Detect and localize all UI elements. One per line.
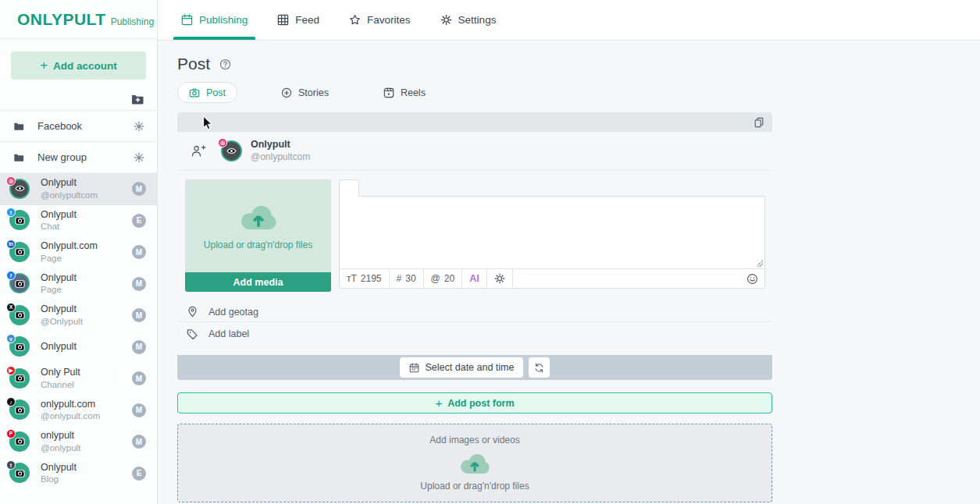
sidebar-filter-tabs <box>0 89 157 111</box>
account-name: onlypult.com <box>41 399 132 411</box>
sidebar-account-twitter[interactable]: t Onlypult Chat E <box>0 205 157 237</box>
help-icon[interactable] <box>219 59 231 70</box>
topnav-item-settings[interactable]: Settings <box>440 0 497 40</box>
add-label-label: Add label <box>208 328 249 339</box>
add-geotag-button[interactable]: Add geotag <box>177 302 772 322</box>
member-role-badge: M <box>132 403 146 417</box>
member-role-badge: M <box>132 435 146 449</box>
add-person-icon[interactable] <box>191 144 206 158</box>
member-role-badge: M <box>132 245 146 259</box>
content-area: Post Post Stories Reels <box>158 41 980 504</box>
calendar-icon <box>409 363 419 373</box>
upload-hint-text: Upload or drag'n'drop files <box>204 240 312 250</box>
topnav-item-label: Settings <box>458 14 497 26</box>
counter-icon: тT <box>347 273 357 284</box>
topnav-item-label: Publishing <box>199 14 248 26</box>
cloud-upload-icon <box>237 202 280 233</box>
folder-icon <box>12 121 25 132</box>
network-badge-icon: P <box>6 429 16 438</box>
account-name: Onlypult <box>41 209 132 222</box>
add-account-button[interactable]: + Add account <box>11 51 146 80</box>
account-name: Onlypult <box>41 272 132 285</box>
counter-icon: # <box>397 273 402 284</box>
account-subtitle: @onlypult.com <box>41 410 132 421</box>
topnav-item-icon <box>440 14 452 26</box>
account-subtitle: @onlypult <box>41 442 132 453</box>
add-media-button[interactable]: Add media <box>185 272 331 292</box>
sidebar-folder-new-group[interactable]: New group <box>0 142 157 173</box>
ai-assistant-button[interactable]: AI <box>462 269 487 288</box>
images-videos-dropzone[interactable]: Add images or videos Upload or drag'n'dr… <box>177 424 772 502</box>
topnav-item-label: Favorites <box>367 14 411 26</box>
editor-counter[interactable]: тT 2195 <box>340 269 390 288</box>
topnav-item-icon <box>181 14 193 26</box>
member-role-badge: M <box>132 308 146 322</box>
add-folder-icon[interactable] <box>131 94 144 105</box>
media-upload-dropzone[interactable]: Upload or drag'n'drop files <box>185 179 331 272</box>
repeat-post-button[interactable] <box>529 357 550 378</box>
sidebar: ONLYPULT Publishing + Add account Facebo… <box>0 0 158 504</box>
topnav-item-publishing[interactable]: Publishing <box>181 0 248 40</box>
post-account-selector[interactable]: ◎ Onlypult @onlypultcom <box>177 132 772 171</box>
cloud-upload-icon <box>457 451 493 477</box>
sidebar-account-tiktok[interactable]: ♪ onlypult.com @onlypult.com M <box>0 395 157 427</box>
emoji-picker-icon[interactable] <box>747 273 758 285</box>
sidebar-account-facebook[interactable]: f Onlypult Page M <box>0 268 157 300</box>
folder-icon <box>12 152 25 163</box>
member-role-badge: E <box>132 467 146 481</box>
account-name: Only Pult <box>41 367 132 379</box>
counter-icon: @ <box>431 273 440 284</box>
sidebar-account-tumblr[interactable]: t Onlypult Blog E <box>0 458 157 490</box>
sidebar-accounts-list: ◎ Onlypult @onlypultcom M t Onlypult Cha… <box>0 173 157 489</box>
account-name: onlypult <box>41 430 132 442</box>
add-label-button[interactable]: Add label <box>177 322 772 346</box>
description-textarea[interactable] <box>340 197 764 268</box>
folder-settings-gear-icon[interactable] <box>134 121 144 132</box>
location-pin-icon <box>187 306 198 318</box>
account-subtitle: Blog <box>41 474 132 484</box>
dropzone-subtitle: Upload or drag'n'drop files <box>420 481 529 492</box>
sidebar-account-linkedin[interactable]: in Onlypult.com Page M <box>0 236 157 268</box>
post-form-header-bar <box>177 112 772 132</box>
repeat-icon <box>534 363 544 373</box>
account-subtitle: Channel <box>41 379 132 390</box>
network-badge-icon: ◎ <box>218 138 227 147</box>
select-date-time-button[interactable]: Select date and time <box>400 357 524 378</box>
duplicate-post-icon[interactable] <box>754 117 764 128</box>
post-type-tab-label: Stories <box>298 87 329 98</box>
post-type-tab-icon <box>189 87 200 98</box>
editor-tabs <box>339 179 765 197</box>
post-type-tab-stories[interactable]: Stories <box>270 82 340 103</box>
member-role-badge: M <box>132 340 146 354</box>
topnav-item-icon <box>349 14 361 26</box>
account-name: Onlypult <box>41 177 132 190</box>
sidebar-folders: Facebook New group <box>0 111 157 173</box>
add-post-form-button[interactable]: + Add post form <box>177 392 772 413</box>
sidebar-account-vk[interactable]: v Onlypult M <box>0 332 157 364</box>
selected-account-handle: @onlypultcom <box>251 151 310 163</box>
folder-name: New group <box>37 151 134 163</box>
topnav-item-favorites[interactable]: Favorites <box>349 0 411 40</box>
editor-tab-first-comment[interactable] <box>359 179 378 197</box>
quick-text-input[interactable] <box>513 273 747 284</box>
sidebar-account-youtube[interactable]: ▶ Only Pult Channel M <box>0 363 157 395</box>
schedule-bar: Select date and time <box>177 355 772 380</box>
plus-icon: + <box>40 58 48 73</box>
add-account-label: Add account <box>53 60 117 72</box>
post-type-tab-reels[interactable]: Reels <box>372 82 437 103</box>
network-badge-icon: in <box>6 240 16 249</box>
sidebar-account-instagram[interactable]: ◎ Onlypult @onlypultcom M <box>0 173 157 205</box>
topnav-item-feed[interactable]: Feed <box>277 0 319 40</box>
textarea-resize-handle[interactable] <box>756 260 763 267</box>
editor-counter[interactable]: # 30 <box>390 269 424 288</box>
sidebar-account-x[interactable]: X Onlypult @Onlypult M <box>0 300 157 332</box>
editor-settings-gear-icon[interactable] <box>487 269 513 288</box>
post-type-tab-post[interactable]: Post <box>177 82 237 103</box>
folder-settings-gear-icon[interactable] <box>134 152 144 163</box>
editor-tab-description[interactable] <box>339 179 359 197</box>
sidebar-account-pinterest[interactable]: P onlypult @onlypult M <box>0 426 157 458</box>
counter-value: 20 <box>444 273 454 284</box>
sidebar-folder-facebook[interactable]: Facebook <box>0 111 157 142</box>
member-role-badge: M <box>132 277 146 291</box>
editor-counter[interactable]: @ 20 <box>424 269 463 288</box>
